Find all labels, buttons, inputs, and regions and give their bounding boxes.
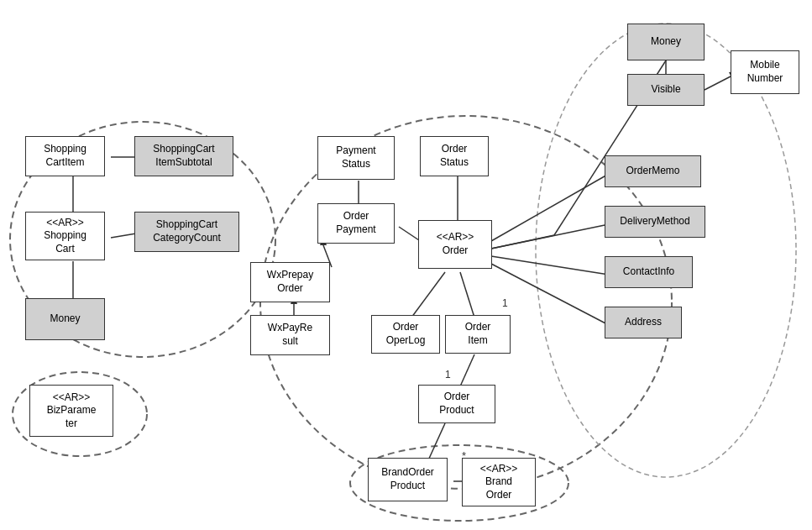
node-shopping-cart-item: ShoppingCartItem: [25, 136, 105, 176]
node-payment-status: PaymentStatus: [317, 136, 395, 180]
label-order-item: OrderItem: [465, 321, 491, 347]
label-1-order-item: 1: [502, 297, 508, 309]
node-order-item: OrderItem: [445, 315, 511, 354]
label-shopping-cart-item: ShoppingCartItem: [44, 143, 86, 169]
label-1-order-product: 1: [445, 369, 451, 380]
arrow-order-to-ci: [491, 256, 609, 275]
node-money-top: Money: [627, 24, 705, 60]
label-sccc: ShoppingCartCategoryCount: [153, 218, 221, 244]
node-contact-info: ContactInfo: [605, 256, 693, 288]
node-scis: ShoppingCartItemSubtotal: [134, 136, 233, 176]
arrow-order-right: [491, 235, 554, 249]
arrow-oi-to-op: [460, 354, 474, 386]
node-mobile-number: Mobile Number: [731, 50, 799, 94]
node-brand-order-product: BrandOrderProduct: [368, 458, 448, 501]
node-address: Address: [605, 307, 682, 338]
node-wx-pay-result: WxPayResult: [250, 315, 330, 355]
node-delivery-method: DeliveryMethod: [605, 206, 705, 238]
label-order-memo: OrderMemo: [626, 165, 679, 178]
diagram-container: 1 1 *: [0, 0, 812, 530]
label-address: Address: [625, 316, 662, 329]
label-delivery-method: DeliveryMethod: [620, 215, 689, 228]
label-order-payment: OrderPayment: [336, 210, 375, 236]
label-brand-order-product: BrandOrderProduct: [381, 466, 434, 492]
label-ar-brand-order: <<AR>>BrandOrder: [480, 463, 518, 502]
node-sccc: ShoppingCartCategoryCount: [134, 212, 239, 252]
node-ar-order: <<AR>>Order: [418, 220, 492, 269]
node-order-payment: OrderPayment: [317, 203, 395, 244]
arrow-op-to-bop: [428, 423, 445, 460]
arrow-order-to-memo: [491, 174, 609, 241]
label-mobile-number: Mobile Number: [736, 59, 794, 85]
label-payment-status: PaymentStatus: [336, 144, 375, 171]
label-biz-parameter: <<AR>>BizParameter: [47, 391, 97, 431]
label-wx-prepay-order: WxPrepayOrder: [267, 269, 313, 295]
label-ar-order: <<AR>>Order: [437, 231, 474, 257]
label-scis: ShoppingCartItemSubtotal: [153, 143, 214, 169]
line-visible-to-mobile: [705, 76, 732, 90]
node-visible: Visible: [627, 74, 705, 106]
node-ar-brand-order: <<AR>>BrandOrder: [462, 458, 536, 506]
label-visible: Visible: [651, 83, 680, 97]
node-biz-parameter: <<AR>>BizParameter: [29, 385, 113, 437]
label-money-left: Money: [50, 312, 80, 326]
label-order-status: OrderStatus: [440, 143, 469, 169]
node-order-memo: OrderMemo: [605, 155, 701, 187]
node-order-oper-log: OrderOperLog: [371, 315, 440, 354]
label-contact-info: ContactInfo: [623, 265, 674, 279]
node-order-status: OrderStatus: [420, 136, 489, 176]
node-money-left: Money: [25, 298, 105, 340]
label-order-product: OrderProduct: [439, 391, 474, 417]
node-order-product: OrderProduct: [418, 385, 495, 423]
arrow-order-to-ool: [411, 272, 445, 317]
label-wx-pay-result: WxPayResult: [268, 322, 312, 348]
label-money-top: Money: [651, 35, 681, 49]
label-order-oper-log: OrderOperLog: [386, 321, 426, 347]
arrow-order-to-oi: [460, 272, 474, 317]
label-shopping-cart: <<AR>>ShoppingCart: [44, 217, 86, 256]
node-wx-prepay-order: WxPrepayOrder: [250, 262, 330, 302]
node-shopping-cart: <<AR>>ShoppingCart: [25, 212, 105, 260]
